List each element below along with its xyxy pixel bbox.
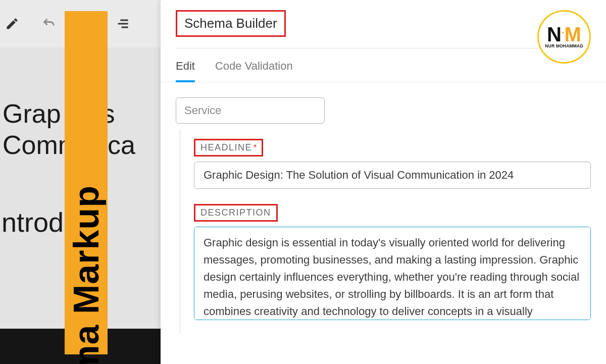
vertical-badge-text: Schema Markup xyxy=(66,185,107,364)
vertical-badge: Schema Markup xyxy=(65,11,108,354)
required-asterisk: * xyxy=(254,143,257,152)
headline-label-highlight: HEADLINE* xyxy=(194,139,263,157)
panel-body: HEADLINE* DESCRIPTION xyxy=(161,82,606,337)
description-textarea[interactable] xyxy=(194,227,591,320)
schema-builder-panel: Schema Builder Edit Code Validation HEAD… xyxy=(161,0,606,364)
description-label-highlight: DESCRIPTION xyxy=(194,204,278,222)
headline-input[interactable] xyxy=(194,162,591,189)
logo-name: NUR MOHAMMAD xyxy=(545,43,583,48)
tab-code-validation[interactable]: Code Validation xyxy=(215,48,293,82)
field-description-group: DESCRIPTION xyxy=(194,204,591,322)
undo-icon[interactable] xyxy=(42,17,56,31)
field-headline-group: HEADLINE* xyxy=(194,139,591,189)
schema-type-input[interactable] xyxy=(176,97,325,124)
brand-logo: N.M NUR MOHAMMAD xyxy=(537,10,591,64)
description-label: DESCRIPTION xyxy=(200,207,271,218)
logo-circle: N.M NUR MOHAMMAD xyxy=(537,10,591,64)
panel-title-highlight: Schema Builder xyxy=(176,10,286,37)
panel-title: Schema Builder xyxy=(184,16,277,31)
tab-edit[interactable]: Edit xyxy=(176,48,195,82)
pencil-icon[interactable] xyxy=(5,17,19,31)
headline-label: HEADLINE xyxy=(200,142,252,152)
menu-icon[interactable] xyxy=(116,17,130,31)
logo-initials: N.M xyxy=(547,25,581,43)
